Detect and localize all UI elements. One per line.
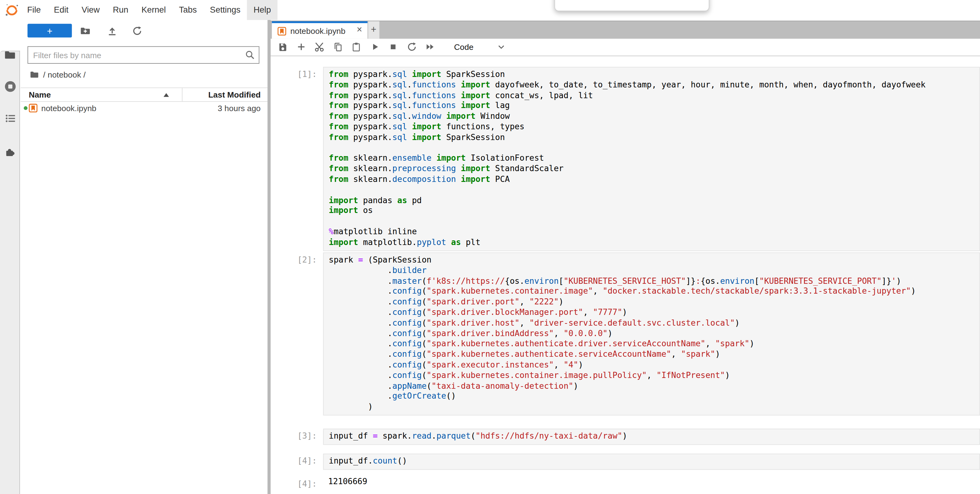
- jupyterlab-window: File Edit View Run Kernel Tabs Settings …: [0, 0, 980, 494]
- close-icon[interactable]: ×: [357, 24, 363, 35]
- add-tab-button[interactable]: +: [368, 21, 380, 39]
- code-editor[interactable]: spark = (SparkSession .builder .master(f…: [323, 253, 980, 416]
- file-listing-header: Name Last Modified: [21, 87, 267, 102]
- upload-icon: [107, 25, 118, 37]
- column-header-name[interactable]: Name: [29, 90, 51, 99]
- execution-count: [1]:: [270, 69, 317, 78]
- code-editor[interactable]: input_df = spark.read.parquet("hdfs://hd…: [323, 429, 980, 445]
- save-button[interactable]: [277, 42, 287, 52]
- notebook-toolbar: Code: [270, 39, 980, 56]
- code-cell[interactable]: [3]:input_df = spark.read.parquet("hdfs:…: [270, 429, 980, 445]
- file-name: notebook.ipynb: [41, 103, 96, 113]
- fast-forward-icon: [425, 42, 435, 52]
- code-cell[interactable]: [4]:input_df.count(): [270, 454, 980, 470]
- search-icon: [245, 50, 255, 60]
- jupyter-logo-icon: [5, 3, 19, 17]
- file-modified: 3 hours ago: [218, 103, 261, 113]
- new-folder-icon: [80, 25, 91, 37]
- stop-icon: [388, 42, 398, 52]
- column-header-last-modified[interactable]: Last Modified: [208, 90, 261, 99]
- sidebar-tab-running[interactable]: [0, 77, 20, 97]
- paste-icon: [351, 42, 361, 52]
- breadcrumb[interactable]: / notebook /: [30, 69, 86, 79]
- refresh-button[interactable]: [132, 25, 143, 37]
- file-row[interactable]: notebook.ipynb 3 hours ago: [21, 101, 267, 115]
- copy-button[interactable]: [333, 42, 343, 52]
- run-button[interactable]: [370, 42, 380, 52]
- new-folder-button[interactable]: [80, 25, 91, 37]
- new-launcher-button[interactable]: +: [27, 24, 72, 38]
- puzzle-icon: [4, 146, 16, 158]
- sort-ascending-icon[interactable]: [163, 92, 169, 97]
- celltype-dropdown[interactable]: Code: [454, 42, 506, 52]
- copy-icon: [333, 42, 343, 52]
- chevron-down-icon: [496, 42, 506, 52]
- tab-notebook[interactable]: notebook.ipynb ×: [272, 21, 367, 39]
- folder-icon: [30, 70, 38, 78]
- celltype-value: Code: [454, 43, 474, 52]
- cut-icon: [314, 42, 324, 52]
- menu-view[interactable]: View: [75, 0, 107, 20]
- restart-kernel-button[interactable]: [407, 42, 417, 52]
- sidebar-tab-toc[interactable]: [0, 108, 20, 128]
- main-dock-area: notebook.ipynb × +: [270, 0, 980, 494]
- add-cell-icon: [296, 42, 306, 52]
- output-execution-count: [4]:: [270, 479, 317, 488]
- execution-count: [3]:: [270, 431, 317, 440]
- kernel-running-dot: [24, 106, 27, 110]
- execution-count: [4]:: [270, 456, 317, 465]
- running-icon: [3, 80, 17, 93]
- paste-button[interactable]: [351, 42, 361, 52]
- filter-box: [27, 46, 259, 64]
- folder-icon: [4, 48, 16, 61]
- github-tooltip: github.com: [555, 0, 710, 11]
- breadcrumb-path[interactable]: / notebook /: [43, 70, 86, 79]
- code-cell[interactable]: [2]:spark = (SparkSession .builder .mast…: [270, 253, 980, 416]
- sidebar-tab-extensions[interactable]: [0, 142, 20, 162]
- add-cell-button[interactable]: [296, 42, 306, 52]
- filter-input[interactable]: [27, 46, 259, 64]
- code-editor[interactable]: input_df.count(): [323, 454, 980, 470]
- cell-output: [4]:12106669: [270, 477, 980, 487]
- stop-button[interactable]: [388, 42, 398, 52]
- output-text: 12106669: [323, 477, 980, 487]
- menu-run[interactable]: Run: [106, 0, 135, 20]
- tab-bar: notebook.ipynb × +: [270, 21, 980, 39]
- execution-count: [2]:: [270, 255, 317, 264]
- menu-kernel[interactable]: Kernel: [135, 0, 172, 20]
- file-browser-panel: + / notebook / Name Las: [21, 20, 267, 494]
- toc-icon: [5, 113, 15, 124]
- run-icon: [370, 42, 380, 52]
- notebook-file-icon: [29, 103, 37, 112]
- panel-resize-sash[interactable]: [267, 20, 270, 494]
- sidebar-tab-files[interactable]: [0, 44, 20, 65]
- menu-edit[interactable]: Edit: [48, 0, 75, 20]
- code-cell[interactable]: [1]:from pyspark.sql import SparkSession…: [270, 67, 980, 251]
- sidebar-strip: [0, 20, 20, 494]
- save-icon: [277, 42, 287, 52]
- tab-title: notebook.ipynb: [290, 26, 345, 35]
- column-divider: [182, 88, 183, 101]
- code-editor[interactable]: from pyspark.sql import SparkSession fro…: [323, 67, 980, 251]
- restart-run-all-button[interactable]: [425, 42, 435, 52]
- notebook-file-icon: [277, 27, 286, 35]
- menu-tabs[interactable]: Tabs: [172, 0, 204, 20]
- restart-icon: [407, 42, 417, 52]
- menu-items: File Edit View Run Kernel Tabs Settings …: [21, 0, 277, 20]
- refresh-icon: [132, 25, 143, 37]
- menu-file[interactable]: File: [21, 0, 48, 20]
- cut-button[interactable]: [314, 42, 324, 52]
- notebook-content[interactable]: [1]:from pyspark.sql import SparkSession…: [270, 56, 980, 494]
- upload-button[interactable]: [107, 25, 118, 37]
- menu-settings[interactable]: Settings: [204, 0, 247, 20]
